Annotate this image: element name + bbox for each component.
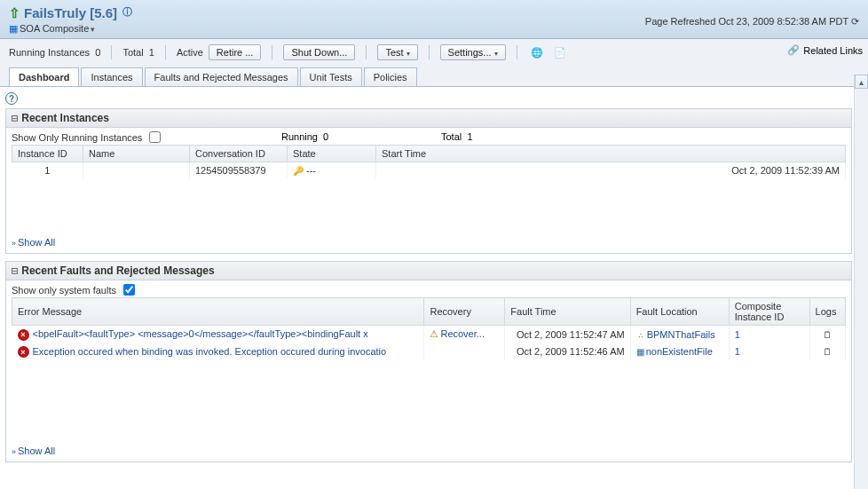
chevron-down-icon: ▾ [494, 50, 498, 58]
col-start-time[interactable]: Start Time [376, 146, 846, 162]
recent-faults-header[interactable]: ⊟Recent Faults and Rejected Messages [6, 262, 851, 280]
recent-instances-body: Show Only Running Instances Running 0 To… [6, 128, 851, 253]
active-label: Active [177, 47, 203, 58]
running-count: Running 0 [281, 131, 328, 142]
adapter-icon: ▦ [636, 347, 644, 357]
separator [111, 45, 112, 59]
composite-instance-link[interactable]: 1 [735, 329, 740, 340]
shutdown-button[interactable]: Shut Down... [283, 44, 355, 60]
show-only-system-faults-checkbox[interactable] [123, 284, 135, 296]
faults-table: Error Message Recovery Fault Time Fault … [12, 297, 846, 360]
show-only-running-label: Show Only Running Instances [12, 132, 142, 143]
show-only-system-faults-label: Show only system faults [12, 285, 116, 296]
chevron-right-icon: » [12, 447, 16, 456]
key-icon: 🔑 [293, 166, 304, 176]
chevron-down-icon: ▾ [406, 50, 410, 58]
composite-instance-link[interactable]: 1 [735, 346, 740, 357]
separator [366, 45, 367, 59]
conversation-id: 1254509558379 [190, 162, 288, 179]
tab-faults[interactable]: Faults and Rejected Messages [145, 67, 298, 86]
instance-name [83, 162, 190, 179]
page-refreshed: Page Refreshed Oct 23, 2009 8:52:38 AM P… [645, 16, 859, 28]
recovery-cell [424, 343, 505, 361]
instance-state: 🔑--- [288, 162, 376, 179]
start-time: Oct 2, 2009 11:52:39 AM [376, 162, 846, 179]
title-text: FailsTruly [5.6] [24, 5, 117, 20]
separator [517, 45, 517, 59]
error-link[interactable]: <bpelFault><faultType> <message>0</messa… [33, 328, 368, 339]
recent-faults-body: Show only system faults Error Message Re… [6, 280, 851, 461]
recent-instances-panel: ⊟Recent Instances Show Only Running Inst… [5, 108, 852, 254]
col-error-message[interactable]: Error Message [12, 298, 424, 326]
recent-instances-header[interactable]: ⊟Recent Instances [6, 109, 851, 128]
recent-faults-panel: ⊟Recent Faults and Rejected Messages Sho… [5, 261, 852, 462]
col-conversation-id[interactable]: Conversation ID [190, 146, 288, 162]
log-icon[interactable]: 🗒 [823, 346, 832, 357]
retire-button[interactable]: Retire ... [209, 44, 262, 60]
settings-button[interactable]: Settings...▾ [440, 44, 506, 60]
col-logs[interactable]: Logs [809, 298, 845, 326]
collapse-icon: ⊟ [12, 112, 18, 124]
test-button[interactable]: Test▾ [377, 44, 417, 60]
help-icon[interactable]: ? [5, 92, 18, 105]
col-state[interactable]: State [288, 146, 376, 162]
refresh-clock-icon: ⟳ [851, 16, 859, 27]
error-message: ×Exception occured when binding was invo… [12, 343, 424, 361]
tab-instances[interactable]: Instances [81, 67, 142, 86]
total-count: Total 1 [441, 131, 473, 142]
chevron-down-icon: ▾ [91, 25, 95, 34]
error-icon: × [18, 329, 29, 341]
link-icon: 🔗 [787, 44, 800, 56]
separator [165, 45, 166, 59]
toolbar: Running Instances 0 Total 1 Active Retir… [0, 39, 868, 87]
tab-unit-tests[interactable]: Unit Tests [300, 67, 362, 86]
chevron-right-icon: » [12, 239, 16, 248]
col-fault-location[interactable]: Fault Location [630, 298, 729, 326]
globe-refresh-icon[interactable]: 🌐 [528, 44, 546, 60]
info-icon[interactable]: ⓘ [122, 6, 132, 17]
show-all-instances[interactable]: »Show All [12, 237, 846, 248]
location-link[interactable]: BPMNThatFails [647, 329, 715, 340]
error-message: ×<bpelFault><faultType> <message>0</mess… [12, 326, 424, 343]
table-row[interactable]: ×Exception occured when binding was invo… [12, 343, 846, 361]
col-name[interactable]: Name [83, 146, 190, 162]
tab-bar: Dashboard Instances Faults and Rejected … [9, 67, 859, 86]
page-header: ⇧FailsTruly [5.6] ⓘ ▦SOA Composite▾ Page… [0, 0, 868, 39]
table-row[interactable]: ×<bpelFault><faultType> <message>0</mess… [12, 326, 846, 343]
separator [272, 45, 272, 59]
fault-time: Oct 2, 2009 11:52:46 AM [505, 343, 630, 361]
fault-location: ⛬BPMNThatFails [630, 326, 729, 343]
error-icon: × [18, 346, 29, 358]
collapse-icon: ⊟ [12, 264, 18, 277]
log-icon[interactable]: 🗒 [823, 329, 832, 340]
content-area: ? ⊟Recent Instances Show Only Running In… [0, 87, 868, 489]
recover-link[interactable]: Recover... [440, 328, 485, 339]
col-composite-instance-id[interactable]: Composite Instance ID [729, 298, 809, 326]
composite-icon: ▦ [9, 23, 18, 34]
status-up-icon: ⇧ [9, 5, 20, 20]
running-instances-label: Running Instances 0 [9, 47, 100, 58]
instance-id-link[interactable]: 1 [12, 162, 83, 179]
total-label: Total 1 [122, 47, 154, 58]
related-links-label: Related Links [803, 45, 863, 56]
location-link[interactable]: nonExistentFile [646, 346, 713, 357]
col-instance-id[interactable]: Instance ID [12, 146, 83, 162]
recovery-icon: ⚠ [430, 328, 438, 339]
related-links[interactable]: 🔗 Related Links [787, 44, 863, 56]
recovery-cell: ⚠Recover... [424, 326, 505, 343]
xml-icon[interactable]: 📄 [551, 44, 569, 60]
fault-time: Oct 2, 2009 11:52:47 AM [505, 326, 630, 343]
error-link[interactable]: Exception occured when binding was invok… [33, 346, 387, 357]
show-all-faults[interactable]: »Show All [12, 446, 846, 456]
process-icon: ⛬ [636, 330, 645, 340]
col-recovery[interactable]: Recovery [424, 298, 505, 326]
col-fault-time[interactable]: Fault Time [505, 298, 630, 326]
breadcrumb-text: SOA Composite [20, 23, 89, 34]
table-row[interactable]: 1 1254509558379 🔑--- Oct 2, 2009 11:52:3… [12, 162, 846, 179]
show-only-running-checkbox[interactable] [149, 131, 161, 143]
fault-location: ▦nonExistentFile [630, 343, 729, 361]
tab-dashboard[interactable]: Dashboard [9, 67, 79, 86]
separator [429, 45, 430, 59]
instances-table: Instance ID Name Conversation ID State S… [12, 145, 846, 178]
tab-policies[interactable]: Policies [364, 67, 417, 86]
